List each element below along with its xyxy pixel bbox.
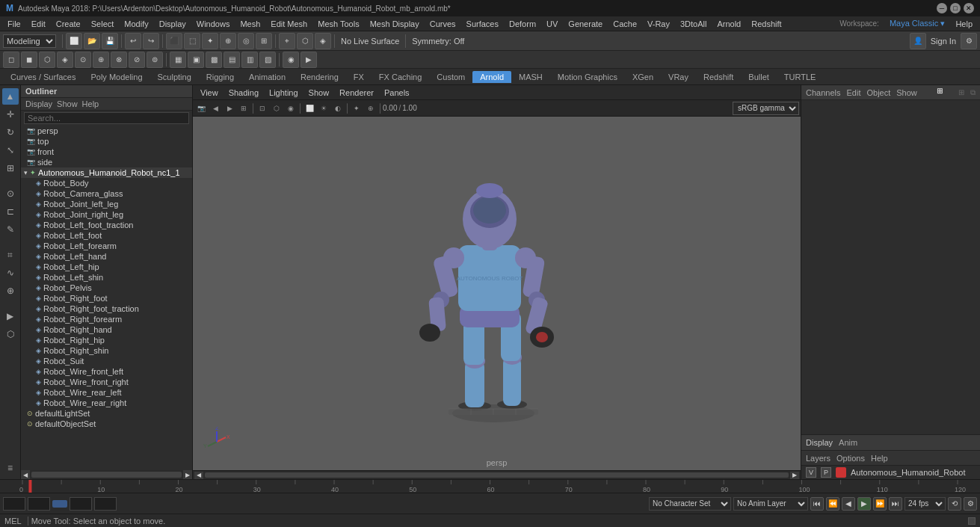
hscroll-thumb[interactable]	[31, 472, 182, 478]
outliner-hscroll[interactable]: ◀ ▶	[21, 470, 192, 479]
loop-button[interactable]: ⟲	[948, 497, 961, 511]
scroll-left-btn[interactable]: ◀	[21, 470, 30, 479]
vp-menu-panels[interactable]: Panels	[380, 87, 414, 99]
poly-btn3[interactable]: ▩	[206, 52, 222, 68]
vp-icon-isolate[interactable]: ⊕	[364, 102, 377, 115]
vp-icon-texture[interactable]: ⬜	[303, 102, 316, 115]
outliner-display-menu[interactable]: Display	[25, 99, 52, 108]
move-tool-button[interactable]: ✛	[2, 106, 19, 123]
workspace-select[interactable]: Maya Classic ▾	[885, 17, 949, 30]
fps-dropdown[interactable]: 24 fps 30 fps 60 fps	[905, 497, 946, 511]
poly-btn4[interactable]: ▤	[224, 52, 240, 68]
menu-select[interactable]: Select	[87, 18, 119, 30]
outliner-item-right-foot-traction[interactable]: ◈ Robot_Right_foot_traction	[21, 303, 192, 314]
tab-custom[interactable]: Custom	[429, 71, 472, 83]
outliner-item-wire-front-left[interactable]: ◈ Robot_Wire_front_left	[21, 366, 192, 377]
snap-grid-button[interactable]: ⌗	[2, 247, 19, 263]
vp-icon-wire[interactable]: ⬡	[270, 102, 283, 115]
outliner-item-wire-rear-left[interactable]: ◈ Robot_Wire_rear_left	[21, 387, 192, 398]
outliner-item-left-shin[interactable]: ◈ Robot_Left_shin	[21, 272, 192, 283]
transform-btn4[interactable]: ⊕	[220, 33, 236, 49]
select-tool-button[interactable]: ▲	[2, 88, 19, 105]
channels-menu-edit[interactable]: Edit	[846, 88, 860, 97]
outliner-item-camera-glass[interactable]: ◈ Robot_Camera_glass	[21, 188, 192, 199]
play-forward-button[interactable]: ▶	[857, 497, 871, 511]
vp-icon-bookmarks[interactable]: ⊞	[237, 102, 250, 115]
tab-fx-caching[interactable]: FX Caching	[372, 71, 429, 83]
tab-rigging[interactable]: Rigging	[199, 71, 241, 83]
layer-p-button[interactable]: P	[821, 467, 831, 478]
vp-hscroll[interactable]: ◀ ▶	[193, 470, 801, 479]
sign-in-text[interactable]: Sign In	[928, 37, 959, 46]
menu-windows[interactable]: Windows	[192, 18, 235, 30]
outliner-item-default-object-set[interactable]: ⊙ defaultObjectSet	[21, 419, 192, 429]
tab-turtle[interactable]: TURTLE	[777, 71, 824, 83]
outliner-item-right-hip[interactable]: ◈ Robot_Right_hip	[21, 335, 192, 345]
layers-help-menu[interactable]: Help	[871, 454, 888, 463]
new-scene-button[interactable]: ⬜	[66, 33, 82, 49]
menu-cache[interactable]: Cache	[608, 18, 641, 30]
vp-icon-next[interactable]: ▶	[223, 102, 236, 115]
step-back-button[interactable]: ⏪	[826, 497, 839, 511]
menu-vray[interactable]: V-Ray	[643, 18, 674, 30]
menu-redshift[interactable]: Redshift	[747, 18, 786, 30]
menu-curves[interactable]: Curves	[425, 18, 460, 30]
menu-display[interactable]: Display	[155, 18, 191, 30]
step-forward-button[interactable]: ⏩	[873, 497, 887, 511]
tb2-btn9[interactable]: ⊚	[147, 52, 163, 68]
paint-button[interactable]: ✎	[2, 221, 19, 238]
save-scene-button[interactable]: 💾	[102, 33, 118, 49]
menu-mesh-tools[interactable]: Mesh Tools	[313, 18, 363, 30]
tab-xgen[interactable]: XGen	[625, 71, 661, 83]
outliner-item-wire-rear-right[interactable]: ◈ Robot_Wire_rear_right	[21, 398, 192, 408]
menu-uv[interactable]: UV	[542, 18, 562, 30]
module-dropdown[interactable]: Modeling Animation Rigging	[3, 34, 56, 48]
vp-scroll-thumb[interactable]	[205, 472, 789, 478]
sign-in-button[interactable]: 👤	[910, 33, 926, 49]
redo-button[interactable]: ↪	[143, 33, 159, 49]
vp-icon-shadow[interactable]: ◐	[331, 102, 345, 115]
menu-arnold[interactable]: Arnold	[712, 18, 745, 30]
outliner-item-robot-root[interactable]: ▾ ✦ Autonomous_Humanoid_Robot_nc1_1	[21, 167, 192, 178]
anim-tab[interactable]: Anim	[839, 438, 857, 447]
vp-icon-smooth[interactable]: ◉	[284, 102, 298, 115]
menu-edit[interactable]: Edit	[27, 18, 50, 30]
current-frame-input[interactable]: 1	[3, 497, 25, 511]
tb2-btn7[interactable]: ⊗	[111, 52, 127, 68]
tab-curves-surfaces[interactable]: Curves / Surfaces	[3, 71, 83, 83]
undo-button[interactable]: ↩	[125, 33, 141, 49]
gamma-dropdown[interactable]: sRGB gamma Linear	[733, 102, 799, 115]
options-menu[interactable]: Options	[836, 454, 865, 463]
frame-start-input[interactable]: 1	[28, 497, 50, 511]
poly-btn2[interactable]: ▣	[188, 52, 204, 68]
tb2-btn8[interactable]: ⊘	[129, 52, 145, 68]
tb2-btn6[interactable]: ⊕	[93, 52, 109, 68]
tab-vray[interactable]: VRay	[661, 71, 696, 83]
poly-btn1[interactable]: ▦	[170, 52, 186, 68]
outliner-item-right-shin[interactable]: ◈ Robot_Right_shin	[21, 345, 192, 356]
minimize-button[interactable]: ─	[937, 3, 947, 13]
ch-collapse-icon[interactable]: ⧉	[970, 88, 976, 97]
play-back-button[interactable]: ◀	[842, 497, 855, 511]
settings-button[interactable]: ⚙	[961, 33, 977, 49]
vp-scroll-right[interactable]: ▶	[790, 472, 799, 479]
range-end-input[interactable]: 200	[94, 497, 117, 511]
tab-motion-graphics[interactable]: Motion Graphics	[550, 71, 625, 83]
vp-menu-renderer[interactable]: Renderer	[335, 87, 378, 99]
snap-btn2[interactable]: ⬡	[297, 33, 313, 49]
layers-menu[interactable]: Layers	[806, 454, 830, 463]
outliner-item-body[interactable]: ◈ Robot_Body	[21, 178, 192, 188]
outliner-item-top[interactable]: 📷 top	[21, 136, 192, 147]
outliner-item-side[interactable]: 📷 side	[21, 157, 192, 167]
char-set-dropdown[interactable]: No Character Set	[649, 497, 731, 511]
tb2-btn2[interactable]: ◼	[21, 52, 37, 68]
show-manipulator-button[interactable]: ⊞	[2, 160, 19, 176]
outliner-item-right-foot[interactable]: ◈ Robot_Right_foot	[21, 293, 192, 303]
menu-modify[interactable]: Modify	[120, 18, 152, 30]
vp-icon-xray[interactable]: ✦	[350, 102, 363, 115]
transform-btn5[interactable]: ◎	[238, 33, 254, 49]
vp-icon-cam[interactable]: 📷	[194, 102, 208, 115]
channels-menu-channels[interactable]: Channels	[806, 88, 840, 97]
scroll-right-btn[interactable]: ▶	[183, 470, 192, 479]
vp-menu-view[interactable]: View	[196, 87, 223, 99]
